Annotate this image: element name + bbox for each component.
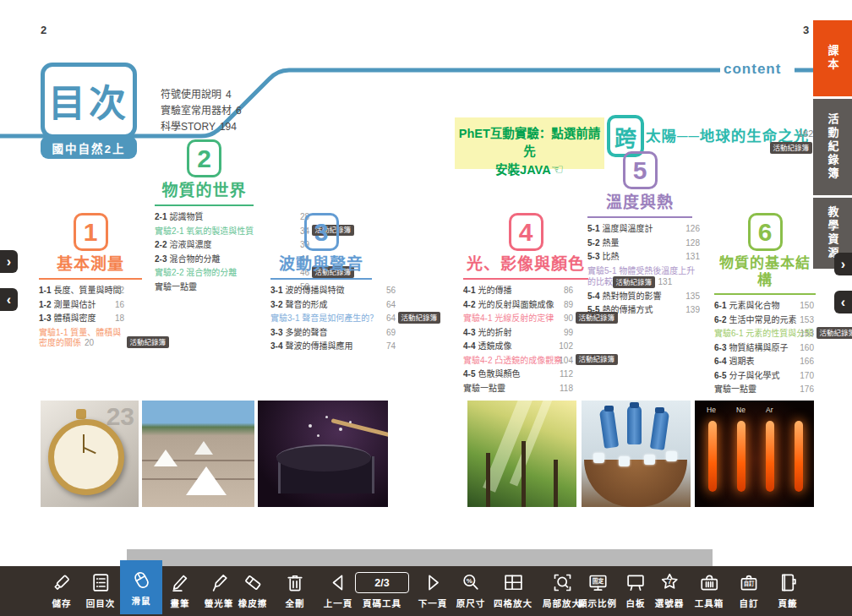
toc-item[interactable]: 實驗一點靈176 (714, 384, 814, 395)
item-number: 3-3 (270, 328, 282, 339)
toc-item[interactable]: 5-5熱的傳播方式139 (587, 305, 700, 316)
toc-item[interactable]: 4-1光的傳播86 (463, 286, 573, 297)
item-number: 5-1 (587, 224, 599, 235)
toc-item[interactable]: 實驗3-1 聲音是如何產生的？64活動紀錄簿 (270, 313, 396, 324)
toc-item[interactable]: 實驗6-1 元素的性質與分類153活動紀錄簿 (714, 329, 814, 340)
toc-item[interactable]: 5-4熱對物質的影響135 (587, 292, 700, 303)
toc-item[interactable]: 4-3光的折射99 (463, 328, 573, 339)
toc-item[interactable]: 1-2測量與估計16 (39, 300, 124, 311)
item-page: 102 (559, 341, 573, 352)
nav-arrow-left-back[interactable]: ‹ (0, 288, 18, 311)
tool-custom[interactable]: 自訂自訂 (738, 570, 761, 609)
front-matter-item[interactable]: 實驗室常用器材6 (161, 103, 242, 119)
toc-item[interactable]: 4-4透鏡成像102 (463, 341, 573, 352)
chapter-heading: 5溫度與熱 (587, 151, 692, 218)
toc-title: 目次 (48, 74, 129, 128)
item-title: 實驗4-1 光線反射的定律 (463, 313, 557, 324)
pointing-hand-icon: ☜ (551, 161, 564, 177)
toc-item[interactable]: 4-5色散與顏色112 (463, 369, 573, 380)
toc-item[interactable]: 6-2生活中常見的元素153 (714, 315, 814, 326)
tool-eraser[interactable]: 橡皮擦 (238, 570, 268, 609)
toc-item[interactable]: 實驗一點靈118 (463, 384, 573, 395)
toc-item[interactable]: 1-3體積與密度18 (39, 313, 124, 324)
chapter-number-badge[interactable]: 6 (748, 213, 783, 251)
tool-page-tabs[interactable]: 頁籤 (777, 570, 800, 609)
toc-item[interactable]: 1-1長度、質量與時間12 (39, 286, 124, 297)
chapter-heading: 3波動與聲音 (270, 213, 372, 280)
tab-textbook[interactable]: 課本 (813, 20, 852, 96)
chapter-items: 5-1溫度與溫度計1265-2熱量1285-3比熱131實驗5-1 物體受熱後溫… (587, 224, 700, 316)
tool-area-zoom[interactable]: 局部放大 (543, 570, 582, 609)
item-title: 實驗3-1 聲音是如何產生的？ (270, 313, 380, 324)
left-page-number: 2 (41, 24, 46, 36)
horizontal-scrollbar[interactable] (127, 549, 713, 567)
activity-book-tag[interactable]: 活動紀錄簿 (398, 312, 440, 324)
tool-display-ratio[interactable]: 固定顯示比例 (578, 570, 617, 609)
tool-save[interactable]: 儲存 (51, 570, 74, 609)
tool-back-to-toc[interactable]: 回目次 (86, 570, 116, 609)
activity-book-tag[interactable]: 活動紀錄簿 (576, 354, 618, 366)
toc-item[interactable]: 實驗5-1 物體受熱後溫度上升的比較活動紀錄簿131 (587, 266, 700, 288)
content-label: content (724, 61, 781, 78)
photo-salt-fields (142, 401, 254, 507)
tool-toolbox[interactable]: 工具箱 (695, 570, 724, 609)
tool-label: 自訂 (738, 597, 761, 609)
tool-original-size[interactable]: %原尺寸 (456, 570, 486, 609)
grid-icon (494, 570, 532, 595)
element-label-ne: Ne (736, 406, 746, 414)
toc-item[interactable]: 3-2聲音的形成64 (270, 300, 396, 311)
chapter-number-badge[interactable]: 2 (187, 139, 221, 177)
tool-page-number[interactable]: 2/3頁碼工具 (355, 570, 409, 609)
toc-item[interactable]: 實驗4-2 凸透鏡的成像觀察104活動紀錄簿 (463, 356, 573, 367)
toc-item[interactable]: 3-4聲波的傳播與應用74 (270, 341, 396, 352)
chapter-number-badge[interactable]: 5 (623, 151, 658, 189)
toc-item[interactable]: 5-1溫度與溫度計126 (587, 224, 700, 235)
item-title: 實驗一點靈 (714, 384, 796, 395)
activity-book-tag[interactable]: 活動紀錄簿 (613, 276, 655, 288)
chapter-number-badge[interactable]: 4 (509, 213, 543, 251)
tool-next-page[interactable]: 下一頁 (418, 570, 448, 609)
tool-number-picker[interactable]: 7選號器 (655, 570, 685, 609)
chapter-number-badge[interactable]: 1 (74, 213, 108, 251)
toc-item[interactable]: 6-4週期表166 (714, 357, 814, 368)
item-page: 86 (560, 286, 573, 297)
front-matter-page: 6 (236, 105, 242, 117)
tab-activity-notebook[interactable]: 活動紀錄簿 (813, 99, 852, 195)
tool-delete-all[interactable]: 全刪 (284, 570, 307, 609)
activity-book-tag[interactable]: 活動紀錄簿 (770, 142, 812, 154)
front-matter-item[interactable]: 符號使用說明4 (161, 87, 242, 103)
toc-item[interactable]: 實驗4-1 光線反射的定律90活動紀錄簿 (463, 313, 573, 324)
toc-item[interactable]: 6-5分子與化學式170 (714, 371, 814, 382)
photo-forest-light (467, 401, 576, 507)
chapter-items: 4-1光的傳播864-2光的反射與面鏡成像89實驗4-1 光線反射的定律90活動… (463, 286, 573, 394)
activity-book-tag[interactable]: 活動紀錄簿 (127, 336, 169, 348)
item-number: 5-3 (587, 252, 599, 263)
tool-prev-page[interactable]: 上一頁 (324, 570, 353, 609)
toc-item[interactable]: 實驗1-1 質量、體積與密度的關係20活動紀錄簿 (39, 328, 124, 349)
tool-mouse[interactable]: 滑鼠 (120, 560, 162, 614)
tool-four-grid-zoom[interactable]: 四格放大 (494, 570, 532, 609)
nav-arrow-right-back[interactable]: ‹ (834, 291, 852, 313)
item-page: 131 (685, 252, 700, 263)
tool-whiteboard[interactable]: 白板 (625, 570, 647, 609)
toc-item[interactable]: 4-2光的反射與面鏡成像89 (463, 300, 573, 311)
chapter-heading: 6物質的基本結構 (714, 213, 816, 295)
toc-item[interactable]: 6-1元素與化合物150 (714, 301, 814, 312)
chapter-number-badge[interactable]: 3 (304, 213, 339, 251)
toc-item[interactable]: 5-2熱量128 (587, 238, 700, 249)
item-page: 150 (800, 301, 814, 312)
toc-item[interactable]: 5-3比熱131 (587, 252, 700, 263)
tool-highlighter[interactable]: 螢光筆 (205, 570, 234, 609)
activity-book-tag[interactable]: 活動紀錄簿 (816, 327, 852, 339)
toc-item[interactable]: 6-3物質結構與原子160 (714, 343, 814, 354)
item-page: 170 (800, 371, 814, 382)
tool-pen[interactable]: 畫筆 (169, 570, 192, 609)
front-matter-item[interactable]: 科學STORY194 (161, 119, 242, 135)
item-number: 5-4 (587, 292, 599, 303)
nav-arrow-right-forward[interactable]: › (834, 253, 852, 275)
item-number: 1-2 (39, 300, 51, 311)
nav-arrow-left-forward[interactable]: › (0, 250, 18, 273)
toc-item[interactable]: 3-1波的傳播與特徵56 (270, 286, 396, 297)
toc-item[interactable]: 3-3多變的聲音69 (270, 328, 396, 339)
item-page: 64 (383, 300, 396, 311)
